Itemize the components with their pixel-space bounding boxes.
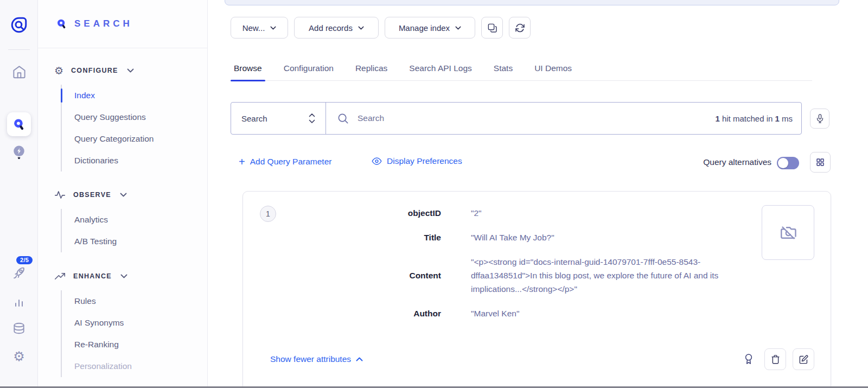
- sidebar-item-query-suggestions[interactable]: Query Suggestions: [74, 106, 207, 128]
- algolia-logo-icon: [9, 15, 29, 35]
- sidebar-item-personalization[interactable]: Personalization: [74, 355, 207, 377]
- tab-label: Stats: [494, 63, 513, 73]
- chevron-down-icon: [270, 26, 276, 30]
- rail-rocket-button[interactable]: [0, 264, 38, 282]
- query-alternatives-toggle[interactable]: [777, 157, 799, 169]
- hit-footer: Show fewer attributes: [270, 348, 814, 370]
- display-preferences-link[interactable]: Display Preferences: [372, 156, 462, 166]
- sidebar-item-analytics[interactable]: Analytics: [74, 209, 207, 231]
- attribute-name: objectID: [243, 208, 441, 218]
- sidebar-item-query-categorization[interactable]: Query Categorization: [74, 128, 207, 150]
- rail-divider: [8, 49, 30, 50]
- gear-icon: ⚙: [54, 66, 63, 76]
- delete-record-button[interactable]: [764, 348, 786, 370]
- sidebar-item-label: Dictionaries: [74, 156, 118, 166]
- plus-icon: +: [239, 156, 245, 167]
- attribute-value: "2": [471, 206, 761, 220]
- tab-label: UI Demos: [534, 63, 572, 73]
- observe-items: Analytics A/B Testing: [61, 209, 207, 252]
- chevron-down-icon: [358, 26, 364, 30]
- sidebar-item-dictionaries[interactable]: Dictionaries: [74, 150, 207, 171]
- pin-result-button[interactable]: [743, 353, 754, 366]
- sidebar-item-re-ranking[interactable]: Re-Ranking: [74, 334, 207, 355]
- sidebar-item-index[interactable]: Index: [74, 85, 207, 106]
- index-selector[interactable]: Search: [231, 103, 326, 134]
- hit-attributes: objectID "2" Title "Will AI Take My Job?…: [243, 206, 761, 320]
- refresh-icon: [515, 23, 525, 33]
- rail-settings-button[interactable]: ⚙: [0, 347, 38, 366]
- search-input[interactable]: [358, 113, 707, 123]
- copy-button[interactable]: [481, 17, 503, 39]
- configure-items: Index Query Suggestions Query Categoriza…: [61, 85, 207, 171]
- new-button[interactable]: New...: [231, 17, 288, 39]
- main-content: New... Add records Manage index: [208, 0, 868, 388]
- sidebar: SEARCH ⚙ CONFIGURE Index Query Suggestio…: [38, 0, 208, 388]
- database-icon: [12, 321, 26, 335]
- sidebar-section-configure: ⚙ CONFIGURE Index Query Suggestions Quer…: [38, 64, 207, 171]
- rail-home-button[interactable]: [0, 62, 38, 81]
- query-alternatives-label: Query alternatives: [703, 157, 771, 167]
- manage-index-label: Manage index: [399, 23, 450, 33]
- add-records-button[interactable]: Add records: [294, 17, 379, 39]
- query-controls-row: + Add Query Parameter Display Preference…: [208, 152, 868, 174]
- configure-section-header[interactable]: ⚙ CONFIGURE: [54, 64, 207, 77]
- edit-icon: [799, 354, 809, 365]
- search-stats: 1 hit matched in 1 ms: [715, 114, 793, 123]
- hit-card: 1 objectID "2" Title "Will AI Take My Jo…: [242, 191, 831, 388]
- chevron-down-icon: [455, 26, 461, 30]
- attribute-row-title: Title "Will AI Take My Job?": [243, 231, 761, 244]
- tab-replicas[interactable]: Replicas: [352, 56, 391, 80]
- attribute-row-objectid: objectID "2": [243, 206, 761, 220]
- search-icon: [337, 112, 349, 125]
- sidebar-item-label: Rules: [74, 296, 96, 306]
- sidebar-item-ai-synonyms[interactable]: AI Synonyms: [74, 312, 207, 334]
- rail-analytics-button[interactable]: [0, 293, 38, 311]
- sidebar-item-rules[interactable]: Rules: [74, 290, 207, 312]
- sidebar-item-ab-testing[interactable]: A/B Testing: [74, 231, 207, 252]
- rocket-icon: [11, 265, 27, 281]
- sidebar-item-label: Query Categorization: [74, 134, 154, 144]
- sidebar-item-label: Index: [74, 91, 95, 100]
- sidebar-header: SEARCH: [38, 0, 207, 48]
- observe-section-header[interactable]: OBSERVE: [54, 188, 207, 201]
- show-fewer-attributes-label: Show fewer attributes: [270, 354, 351, 364]
- sidebar-section-enhance: ENHANCE Rules AI Synonyms Re-Ranking Per…: [38, 270, 207, 377]
- rail-search-button-active[interactable]: [7, 112, 31, 136]
- gear-icon: ⚙: [13, 350, 25, 363]
- search-title-icon: [56, 18, 67, 30]
- sidebar-item-label: Analytics: [74, 215, 108, 225]
- add-query-parameter-link[interactable]: + Add Query Parameter: [239, 156, 331, 167]
- enhance-section-header[interactable]: ENHANCE: [54, 270, 207, 283]
- voice-search-button[interactable]: [810, 109, 829, 129]
- rail-recommend-button[interactable]: [0, 142, 38, 163]
- manage-index-button[interactable]: Manage index: [385, 17, 475, 39]
- stats-text: hit matched in: [720, 114, 775, 123]
- camera-off-icon: [778, 223, 798, 243]
- mic-icon: [815, 113, 825, 124]
- edit-record-button[interactable]: [793, 348, 814, 370]
- tab-browse[interactable]: Browse: [231, 56, 265, 80]
- trash-icon: [770, 354, 781, 365]
- tab-stats[interactable]: Stats: [490, 56, 516, 80]
- algolia-logo[interactable]: [0, 13, 38, 37]
- index-tabs: Browse Configuration Replicas Search API…: [231, 56, 812, 81]
- tab-search-api-logs[interactable]: Search API Logs: [406, 56, 475, 80]
- sidebar-section-observe: OBSERVE Analytics A/B Testing: [38, 188, 207, 252]
- award-icon: [743, 353, 754, 366]
- chevron-down-icon: [120, 274, 127, 278]
- tab-configuration[interactable]: Configuration: [280, 56, 337, 80]
- layout-grid-button[interactable]: [810, 152, 831, 173]
- toggle-knob: [778, 158, 788, 168]
- chevron-down-icon: [120, 193, 127, 197]
- tab-label: Browse: [234, 63, 262, 73]
- attribute-row-author: Author "Marvel Ken": [243, 307, 761, 320]
- tab-ui-demos[interactable]: UI Demos: [531, 56, 575, 80]
- trending-up-icon: [54, 272, 66, 281]
- home-icon: [12, 65, 27, 79]
- tab-label: Search API Logs: [409, 63, 471, 73]
- show-fewer-attributes-link[interactable]: Show fewer attributes: [270, 354, 363, 364]
- rail-data-button[interactable]: [0, 319, 38, 338]
- recommend-icon: [12, 144, 26, 161]
- refresh-button[interactable]: [509, 17, 531, 39]
- add-query-parameter-label: Add Query Parameter: [250, 157, 332, 167]
